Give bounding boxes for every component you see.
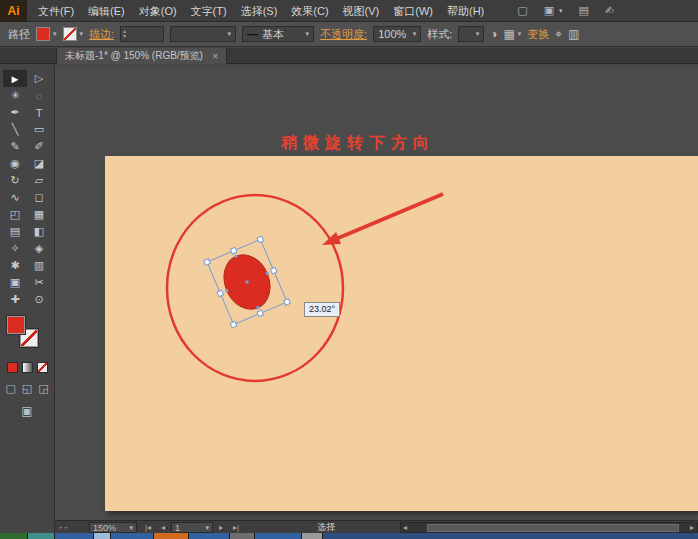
scale-tool[interactable]: ▱ bbox=[27, 172, 51, 189]
none-button[interactable] bbox=[37, 362, 48, 373]
stroke-color-dropdown[interactable]: ▾ bbox=[63, 27, 84, 41]
mesh-tool[interactable]: ▤ bbox=[3, 223, 27, 240]
menu-effect[interactable]: 效果(C) bbox=[284, 0, 335, 22]
taskbar-item[interactable] bbox=[28, 533, 54, 539]
pen-tool[interactable]: ✒ bbox=[3, 104, 27, 121]
column-graph-tool[interactable]: ▥ bbox=[27, 257, 51, 274]
taskbar-item[interactable] bbox=[154, 533, 188, 539]
taskbar-item[interactable] bbox=[323, 533, 698, 539]
draw-behind-icon[interactable]: ◱ bbox=[22, 382, 32, 395]
scrollbar-thumb[interactable] bbox=[427, 524, 679, 532]
eraser-tool[interactable]: ◪ bbox=[27, 155, 51, 172]
artboard-number-input[interactable]: 1 ▾ bbox=[171, 522, 213, 533]
selected-ellipse-group[interactable] bbox=[204, 236, 291, 328]
menu-window[interactable]: 窗口(W) bbox=[386, 0, 440, 22]
align-icon[interactable]: ⌖ bbox=[555, 27, 562, 41]
draw-inside-icon[interactable]: ◲ bbox=[38, 382, 48, 395]
workspace-switcher-icon[interactable]: ▤ bbox=[579, 4, 589, 17]
lasso-tool[interactable]: ◌ bbox=[27, 87, 51, 104]
control-bar: 路径 ▾ ▾ 描边: ▴ ▾ ▾ — 基本 ▾ 不透明度: 100% ▾ 样式:… bbox=[0, 22, 698, 47]
selection-tool[interactable]: ► bbox=[3, 70, 27, 87]
menu-select[interactable]: 选择(S) bbox=[234, 0, 285, 22]
line-segment-tool[interactable]: ╲ bbox=[3, 121, 27, 138]
menu-file[interactable]: 文件(F) bbox=[31, 0, 81, 22]
bridge-icon[interactable]: ▢ bbox=[517, 4, 527, 17]
free-transform-tool[interactable]: ◻ bbox=[27, 189, 51, 206]
selection-handle[interactable] bbox=[270, 267, 277, 274]
color-mode-buttons bbox=[0, 362, 54, 373]
color-button[interactable] bbox=[7, 362, 18, 373]
scroll-left-button[interactable]: ◂ bbox=[401, 523, 409, 532]
selection-handle[interactable] bbox=[217, 290, 224, 297]
shape-builder-tool[interactable]: ◰ bbox=[3, 206, 27, 223]
menu-bar: Ai 文件(F) 编辑(E) 对象(O) 文字(T) 选择(S) 效果(C) 视… bbox=[0, 0, 698, 22]
taskbar-item[interactable] bbox=[255, 533, 301, 539]
menu-view[interactable]: 视图(V) bbox=[336, 0, 387, 22]
taskbar-item[interactable] bbox=[94, 533, 110, 539]
style-dropdown[interactable]: ▾ bbox=[458, 26, 484, 42]
selection-handle[interactable] bbox=[230, 321, 237, 328]
blend-tool[interactable]: ◈ bbox=[27, 240, 51, 257]
document-tab[interactable]: 未标题-1* @ 150% (RGB/预览) × bbox=[56, 48, 227, 64]
opacity-panel-link[interactable]: 不透明度: bbox=[320, 27, 367, 42]
screen-mode-icon[interactable]: ▣ bbox=[21, 404, 32, 418]
screen-mode-row: ▣ bbox=[0, 404, 54, 418]
stroke-panel-link[interactable]: 描边: bbox=[89, 27, 114, 42]
horizontal-scrollbar[interactable]: ◂ ▸ bbox=[400, 522, 698, 533]
magic-wand-tool[interactable]: ✳ bbox=[3, 87, 27, 104]
pencil-tool[interactable]: ✐ bbox=[27, 138, 51, 155]
recolor-artwork-icon[interactable]: ◑ bbox=[490, 27, 497, 41]
selection-handle[interactable] bbox=[257, 310, 264, 317]
selection-handle[interactable] bbox=[284, 299, 291, 306]
document-setup-icon[interactable]: ▦ ▾ bbox=[503, 27, 521, 41]
stroke-width-input[interactable]: ▴ ▾ bbox=[120, 26, 164, 42]
artboard-tool[interactable]: ▣ bbox=[3, 274, 27, 291]
taskbar-item[interactable] bbox=[189, 533, 229, 539]
hand-tool[interactable]: ✚ bbox=[3, 291, 27, 308]
transform-panel-link[interactable]: 变换 bbox=[527, 27, 549, 42]
width-tool[interactable]: ∿ bbox=[3, 189, 27, 206]
stepper-icon[interactable]: ▴ ▾ bbox=[123, 29, 126, 39]
chevron-down-icon: ▾ bbox=[559, 7, 563, 15]
draw-normal-icon[interactable]: ▢ bbox=[5, 382, 15, 395]
taskbar-item[interactable] bbox=[111, 533, 153, 539]
cs-live-icon[interactable]: ✍ bbox=[605, 4, 614, 17]
variable-width-profile-dropdown[interactable]: ▾ bbox=[170, 26, 236, 42]
tools-panel: ► ▷ ✳ ◌ ✒ T ╲ ▭ ✎ ✐ ◉ ◪ ↻ ▱ ∿ ◻ ◰ ▦ ▤ ◧ … bbox=[0, 65, 55, 533]
selection-handle[interactable] bbox=[204, 259, 211, 266]
fill-color-dropdown[interactable]: ▾ bbox=[36, 27, 57, 41]
fill-swatch[interactable] bbox=[7, 316, 25, 334]
menu-type[interactable]: 文字(T) bbox=[184, 0, 234, 22]
selection-handle[interactable] bbox=[230, 247, 237, 254]
type-tool[interactable]: T bbox=[27, 104, 51, 121]
symbol-sprayer-tool[interactable]: ✱ bbox=[3, 257, 27, 274]
direct-selection-tool[interactable]: ▷ bbox=[27, 70, 51, 87]
gradient-button[interactable] bbox=[22, 362, 33, 373]
gradient-tool[interactable]: ◧ bbox=[27, 223, 51, 240]
close-icon[interactable]: × bbox=[212, 50, 218, 62]
paintbrush-tool[interactable]: ✎ bbox=[3, 138, 27, 155]
slice-tool[interactable]: ✂ bbox=[27, 274, 51, 291]
style-label: 样式: bbox=[427, 27, 452, 42]
taskbar-item[interactable] bbox=[302, 533, 322, 539]
opacity-dropdown[interactable]: 100% ▾ bbox=[373, 26, 421, 42]
zoom-level-select[interactable]: 150% ▾ bbox=[89, 522, 137, 533]
chevron-down-icon: ▾ bbox=[129, 524, 133, 532]
canvas-pasteboard[interactable]: 稍微旋转下方向 23.02° bbox=[55, 65, 698, 520]
taskbar-item[interactable] bbox=[230, 533, 254, 539]
rotate-tool[interactable]: ↻ bbox=[3, 172, 27, 189]
eyedropper-tool[interactable]: ✧ bbox=[3, 240, 27, 257]
blob-brush-tool[interactable]: ◉ bbox=[3, 155, 27, 172]
selection-handle[interactable] bbox=[257, 236, 264, 243]
taskbar-item[interactable] bbox=[0, 533, 27, 539]
taskbar-item[interactable] bbox=[55, 533, 93, 539]
zoom-tool[interactable]: ⊙ bbox=[27, 291, 51, 308]
menu-help[interactable]: 帮助(H) bbox=[440, 0, 491, 22]
menu-object[interactable]: 对象(O) bbox=[132, 0, 184, 22]
menu-edit[interactable]: 编辑(E) bbox=[81, 0, 132, 22]
scroll-right-button[interactable]: ▸ bbox=[688, 523, 696, 532]
arrange-documents-icon[interactable]: ▣▾ bbox=[544, 4, 563, 17]
rectangle-tool[interactable]: ▭ bbox=[27, 121, 51, 138]
brush-definition-dropdown[interactable]: — 基本 ▾ bbox=[242, 26, 314, 42]
perspective-grid-tool[interactable]: ▦ bbox=[27, 206, 51, 223]
